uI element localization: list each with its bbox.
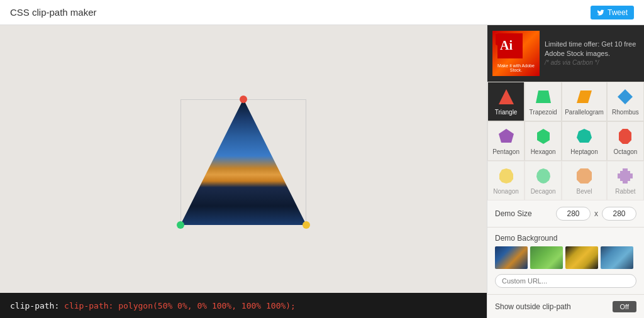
svg-marker-9 xyxy=(619,129,631,144)
demo-size-section: Demo Size x xyxy=(487,200,644,228)
shape-octagon[interactable]: Octagon xyxy=(607,121,644,161)
ad-image-label: Make it with Adobe Stock. xyxy=(495,63,537,72)
demo-width-input[interactable] xyxy=(556,207,591,221)
rabbet-icon xyxy=(616,167,635,185)
svg-marker-11 xyxy=(536,168,550,184)
heptagon-icon xyxy=(575,127,594,146)
shape-decagon-label: Decagon xyxy=(531,188,556,195)
right-panel: Ai Make it with Adobe Stock. Limited tim… xyxy=(487,25,644,318)
trapezoid-icon xyxy=(534,87,553,106)
rhombus-icon xyxy=(616,87,635,106)
svg-marker-3 xyxy=(536,90,551,103)
shape-nonagon-label: Nonagon xyxy=(493,188,519,195)
demo-height-input[interactable] xyxy=(602,207,636,221)
code-bar: clip-path: clip-path: polygon(50% 0%, 0%… xyxy=(0,293,487,318)
svg-text:Ai: Ai xyxy=(500,38,513,52)
svg-marker-4 xyxy=(577,90,592,103)
shape-bevel-label: Bevel xyxy=(577,188,592,195)
size-x-separator: x xyxy=(594,209,598,218)
shape-hexagon[interactable]: Hexagon xyxy=(525,121,562,161)
shape-grid: Triangle Trapezoid Parallelogram xyxy=(487,82,644,200)
pentagon-icon xyxy=(497,127,516,146)
handle-top[interactable] xyxy=(240,96,247,103)
shape-decagon[interactable]: Decagon xyxy=(525,161,562,200)
decagon-icon xyxy=(534,167,553,185)
svg-marker-6 xyxy=(499,129,514,143)
svg-marker-7 xyxy=(537,129,550,144)
ad-text-block: Limited time offer: Get 10 free Adobe St… xyxy=(545,40,639,68)
parallelogram-icon xyxy=(575,87,594,106)
svg-marker-13 xyxy=(618,168,633,184)
shape-rhombus-label: Rhombus xyxy=(612,109,639,116)
shape-triangle[interactable]: Triangle xyxy=(487,82,525,121)
code-text: clip-path: clip-path: polygon(50% 0%, 0%… xyxy=(10,301,296,310)
canvas-area: clip-path: clip-path: polygon(50% 0%, 0%… xyxy=(0,25,487,318)
header: CSS clip-path maker Tweet xyxy=(0,0,644,25)
show-outside-section: Show outside clip-path Off xyxy=(487,295,644,318)
shape-trapezoid[interactable]: Trapezoid xyxy=(525,82,562,121)
demo-background-section: Demo Background xyxy=(487,228,644,295)
shape-triangle-label: Triangle xyxy=(495,109,518,116)
background-thumbnails xyxy=(495,246,636,269)
bg-thumb-1[interactable] xyxy=(495,246,528,269)
shape-hexagon-label: Hexagon xyxy=(531,148,556,155)
tweet-button[interactable]: Tweet xyxy=(591,6,634,19)
nonagon-icon xyxy=(497,167,516,185)
main-layout: clip-path: clip-path: polygon(50% 0%, 0%… xyxy=(0,25,644,318)
svg-marker-12 xyxy=(577,168,592,184)
shape-parallelogram-label: Parallelogram xyxy=(565,109,604,116)
demo-size-label: Demo Size xyxy=(495,209,552,218)
shape-nonagon[interactable]: Nonagon xyxy=(487,161,525,200)
shape-trapezoid-label: Trapezoid xyxy=(530,109,557,116)
shape-heptagon[interactable]: Heptagon xyxy=(562,121,607,161)
octagon-icon xyxy=(616,127,635,146)
shape-parallelogram[interactable]: Parallelogram xyxy=(562,82,607,121)
hexagon-icon xyxy=(534,127,553,146)
svg-marker-2 xyxy=(499,89,514,104)
twitter-icon xyxy=(597,9,604,16)
bg-thumb-2[interactable] xyxy=(530,246,563,269)
shape-bevel[interactable]: Bevel xyxy=(562,161,607,200)
bevel-icon xyxy=(575,167,594,185)
bg-thumb-4[interactable] xyxy=(601,246,633,269)
ad-banner: Ai Make it with Adobe Stock. Limited tim… xyxy=(487,25,644,82)
shape-pentagon-label: Pentagon xyxy=(492,148,519,155)
ad-main-text: Limited time offer: Get 10 free Adobe St… xyxy=(545,40,639,59)
handle-bottom-right[interactable] xyxy=(303,221,310,229)
shape-rabbet-label: Rabbet xyxy=(615,188,635,195)
shape-heptagon-label: Heptagon xyxy=(570,148,597,155)
clip-demo-container xyxy=(174,87,313,231)
demo-background-label: Demo Background xyxy=(495,234,636,243)
bg-thumb-3[interactable] xyxy=(565,246,598,269)
canvas-content xyxy=(0,25,487,293)
demo-size-row: Demo Size x xyxy=(495,207,636,221)
svg-marker-5 xyxy=(618,89,633,104)
ad-logo: Ai xyxy=(497,33,523,58)
page-title: CSS clip-path maker xyxy=(10,7,97,18)
ad-carbon-label: /* ads via Carbon */ xyxy=(545,58,639,67)
ad-image: Ai Make it with Adobe Stock. xyxy=(492,31,540,76)
svg-marker-10 xyxy=(499,168,513,184)
shape-pentagon[interactable]: Pentagon xyxy=(487,121,525,161)
show-outside-toggle[interactable]: Off xyxy=(613,301,636,312)
shape-rhombus[interactable]: Rhombus xyxy=(607,82,644,121)
show-outside-label: Show outside clip-path xyxy=(495,302,613,311)
shape-octagon-label: Octagon xyxy=(614,148,638,155)
svg-marker-8 xyxy=(577,129,592,143)
handle-bottom-left[interactable] xyxy=(177,221,184,229)
custom-url-input[interactable] xyxy=(495,274,636,288)
triangle-icon xyxy=(497,87,516,106)
shape-rabbet[interactable]: Rabbet xyxy=(607,161,644,200)
